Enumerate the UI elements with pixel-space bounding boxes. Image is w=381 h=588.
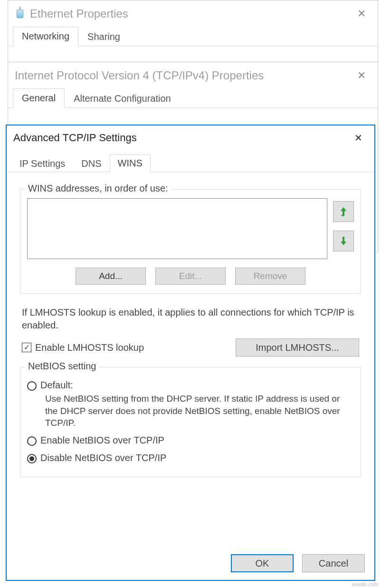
tabs: Networking Sharing xyxy=(8,27,378,46)
netbios-setting-group: NetBIOS setting Default: Use NetBIOS set… xyxy=(20,367,361,477)
tab-alternate-configuration[interactable]: Alternate Configuration xyxy=(65,89,180,108)
wins-addresses-group: WINS addresses, in order of use: xyxy=(20,189,361,294)
netbios-enable-radio[interactable]: Enable NetBIOS over TCP/IP xyxy=(27,435,354,446)
radio-label: Disable NetBIOS over TCP/IP xyxy=(40,453,166,463)
cancel-button[interactable]: Cancel xyxy=(302,554,365,572)
netbios-disable-radio[interactable]: Disable NetBIOS over TCP/IP xyxy=(27,453,354,463)
move-down-button[interactable] xyxy=(333,231,354,251)
add-button[interactable]: Add... xyxy=(76,268,146,285)
ethernet-icon xyxy=(15,7,25,21)
tabs: General Alternate Configuration xyxy=(8,89,378,108)
radio-label: Default: xyxy=(40,380,73,391)
netbios-default-description: Use NetBIOS setting from the DHCP server… xyxy=(45,393,354,429)
ok-button[interactable]: OK xyxy=(231,554,294,572)
netbios-legend: NetBIOS setting xyxy=(25,361,99,372)
tab-general[interactable]: General xyxy=(13,88,65,108)
tab-networking[interactable]: Networking xyxy=(13,27,78,46)
advanced-tcpip-settings-window: Advanced TCP/IP Settings ✕ IP Settings D… xyxy=(6,125,375,581)
remove-button[interactable]: Remove xyxy=(235,268,305,285)
tabs: IP Settings DNS WINS xyxy=(7,153,374,172)
radio-label: Enable NetBIOS over TCP/IP xyxy=(40,435,164,446)
lmhosts-note: If LMHOSTS lookup is enabled, it applies… xyxy=(22,306,359,332)
window-title: Internet Protocol Version 4 (TCP/IPv4) P… xyxy=(15,69,264,82)
close-icon[interactable]: ✕ xyxy=(352,69,371,82)
titlebar[interactable]: Internet Protocol Version 4 (TCP/IPv4) P… xyxy=(8,62,378,89)
window-title: Advanced TCP/IP Settings xyxy=(13,132,137,144)
watermark: wsxdn.com xyxy=(352,581,378,587)
netbios-default-radio[interactable]: Default: xyxy=(27,380,354,391)
tab-wins[interactable]: WINS xyxy=(110,154,151,172)
window-title: Ethernet Properties xyxy=(30,7,128,20)
edit-button[interactable]: Edit... xyxy=(155,268,226,285)
tab-dns[interactable]: DNS xyxy=(73,155,109,172)
checkbox-label: Enable LMHOSTS lookup xyxy=(35,342,144,353)
enable-lmhosts-checkbox[interactable]: ✓ Enable LMHOSTS lookup xyxy=(22,342,144,353)
close-icon[interactable]: ✕ xyxy=(352,8,371,20)
import-lmhosts-button[interactable]: Import LMHOSTS... xyxy=(236,338,359,357)
radio-icon xyxy=(27,436,37,446)
radio-icon xyxy=(27,454,37,463)
checkbox-icon: ✓ xyxy=(22,343,31,352)
move-up-button[interactable] xyxy=(333,201,354,222)
wins-addresses-legend: WINS addresses, in order of use: xyxy=(25,183,171,194)
radio-icon xyxy=(27,381,37,391)
tab-ip-settings[interactable]: IP Settings xyxy=(11,155,73,172)
tab-sharing[interactable]: Sharing xyxy=(78,27,129,46)
titlebar[interactable]: Ethernet Properties ✕ xyxy=(8,0,378,27)
arrow-down-icon xyxy=(339,236,348,246)
wins-addresses-listbox[interactable] xyxy=(27,198,327,259)
arrow-up-icon xyxy=(339,206,348,217)
close-icon[interactable]: ✕ xyxy=(349,132,368,144)
titlebar[interactable]: Advanced TCP/IP Settings ✕ xyxy=(7,125,374,150)
